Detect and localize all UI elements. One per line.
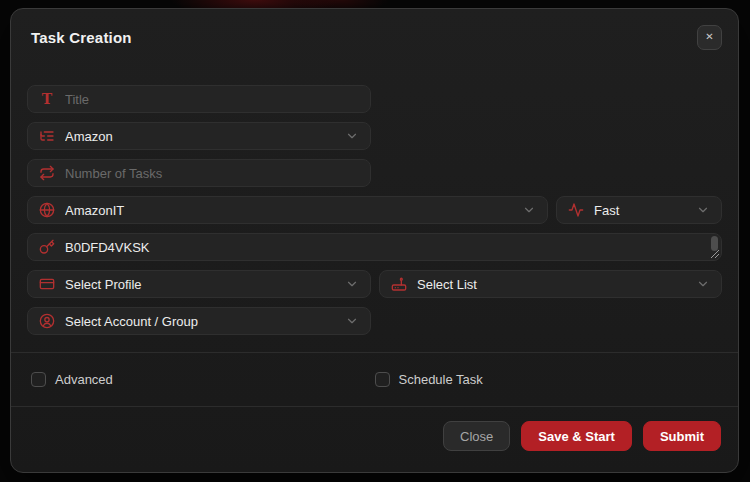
profile-select[interactable]: Select Profile — [27, 270, 371, 298]
chevron-down-icon — [345, 129, 359, 143]
list-value: Select List — [417, 277, 686, 292]
list-tree-icon — [39, 128, 55, 144]
type-icon: T — [39, 91, 55, 107]
schedule-task-label: Schedule Task — [399, 372, 483, 387]
chevron-down-icon — [696, 203, 710, 217]
options-section: Advanced Schedule Task — [11, 352, 738, 406]
chevron-down-icon — [696, 277, 710, 291]
router-icon — [391, 276, 407, 292]
chevron-down-icon — [345, 314, 359, 328]
modal-title: Task Creation — [31, 29, 132, 46]
task-creation-modal: Task Creation ✕ T Amazon — [10, 8, 739, 473]
platform-select[interactable]: Amazon — [27, 122, 371, 150]
save-and-start-button[interactable]: Save & Start — [521, 421, 632, 451]
close-button[interactable]: ✕ — [697, 25, 722, 50]
product-code-value: B0DFD4VKSK — [65, 240, 701, 255]
mode-select[interactable]: Fast — [556, 196, 722, 224]
modal-footer: Close Save & Start Submit — [11, 406, 738, 465]
modal-header: Task Creation ✕ — [11, 9, 738, 65]
globe-icon — [39, 202, 55, 218]
product-code-textarea[interactable]: B0DFD4VKSK — [27, 233, 722, 261]
resize-handle-icon[interactable] — [709, 248, 720, 259]
site-select[interactable]: AmazonIT — [27, 196, 548, 224]
number-of-tasks-field[interactable] — [27, 159, 371, 187]
task-form: T Amazon — [11, 65, 738, 335]
schedule-task-checkbox[interactable] — [375, 372, 390, 387]
repeat-icon — [39, 165, 55, 181]
chevron-down-icon — [522, 203, 536, 217]
activity-icon — [568, 202, 584, 218]
account-value: Select Account / Group — [65, 314, 335, 329]
profile-value: Select Profile — [65, 277, 335, 292]
title-field[interactable]: T — [27, 85, 371, 113]
platform-value: Amazon — [65, 129, 335, 144]
key-icon — [39, 239, 55, 255]
advanced-label: Advanced — [55, 372, 113, 387]
user-circle-icon — [39, 313, 55, 329]
chevron-down-icon — [345, 277, 359, 291]
credit-card-icon — [39, 276, 55, 292]
site-value: AmazonIT — [65, 203, 512, 218]
close-icon: ✕ — [705, 32, 713, 42]
submit-button[interactable]: Submit — [643, 421, 721, 451]
close-footer-button[interactable]: Close — [443, 421, 510, 451]
number-of-tasks-input[interactable] — [65, 166, 359, 181]
mode-value: Fast — [594, 203, 686, 218]
list-select[interactable]: Select List — [379, 270, 722, 298]
title-input[interactable] — [65, 92, 359, 107]
advanced-checkbox[interactable] — [31, 372, 46, 387]
account-select[interactable]: Select Account / Group — [27, 307, 371, 335]
